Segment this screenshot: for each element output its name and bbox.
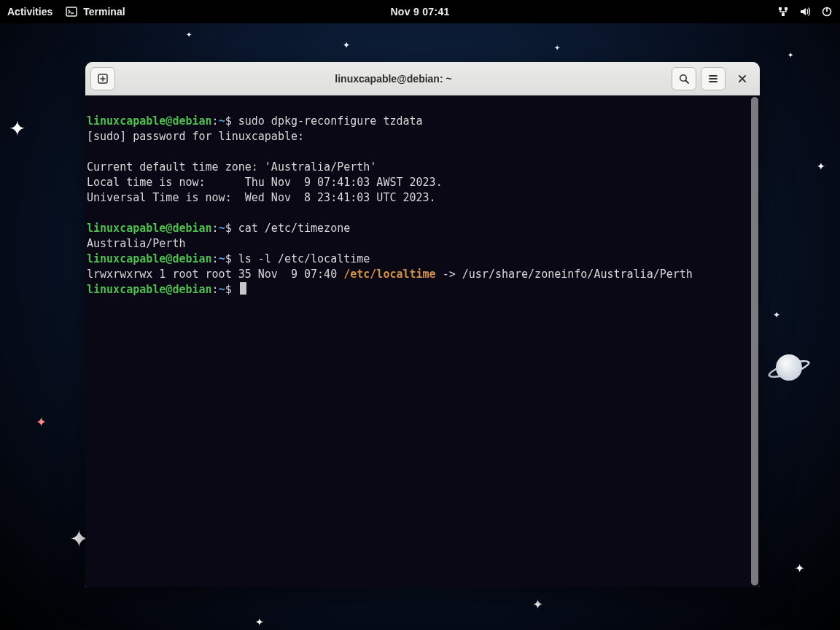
window-title: linuxcapable@debian: ~ [120, 73, 667, 85]
terminal-window: linuxcapable@debian: ~ linuxcapable@debi… [85, 62, 760, 587]
prompt-user: linuxcapable@debian [87, 283, 212, 296]
hamburger-icon [707, 73, 719, 85]
svg-line-8 [686, 80, 689, 83]
prompt-user: linuxcapable@debian [87, 252, 212, 265]
terminal-icon [66, 6, 77, 18]
cmd-line [232, 283, 238, 296]
star-decor: ✦ [795, 561, 804, 575]
prompt-path: ~ [219, 283, 225, 296]
app-menu-label: Terminal [83, 6, 125, 18]
svg-rect-3 [782, 13, 785, 16]
cursor [240, 282, 246, 295]
new-tab-button[interactable] [90, 67, 115, 90]
power-icon[interactable] [821, 6, 833, 18]
window-titlebar: linuxcapable@debian: ~ [85, 62, 760, 96]
prompt-sym: $ [225, 222, 232, 235]
star-decor: ✦ [788, 51, 793, 59]
prompt-path: ~ [219, 252, 225, 265]
planet-decor [767, 354, 811, 381]
terminal-scrollbar[interactable] [751, 97, 758, 586]
prompt-user: linuxcapable@debian [87, 222, 212, 235]
term-output: lrwxrwxrwx 1 root root 35 Nov 9 07:40 [87, 268, 343, 281]
prompt-sym: $ [225, 114, 232, 128]
prompt-sep: : [212, 252, 219, 265]
term-output: -> /usr/share/zoneinfo/Australia/Perth [436, 268, 693, 281]
svg-rect-0 [66, 7, 77, 16]
star-decor: ✦ [186, 31, 192, 39]
close-icon [737, 74, 747, 84]
star-decor: ✦ [532, 596, 543, 612]
clock[interactable]: Nov 9 07:41 [390, 6, 449, 18]
scrollbar-thumb[interactable] [751, 97, 758, 586]
symlink-name: /etc/localtime [343, 268, 435, 281]
term-output: [sudo] password for linuxcapable: [87, 130, 311, 143]
term-output: Current default time zone: 'Australia/Pe… [87, 160, 376, 174]
prompt-sep: : [212, 222, 219, 235]
svg-rect-2 [785, 7, 788, 10]
app-menu[interactable]: Terminal [66, 6, 125, 18]
svg-rect-1 [779, 7, 782, 10]
cmd-line: cat /etc/timezone [232, 222, 351, 235]
search-icon [678, 73, 690, 85]
star-decor: ✦ [343, 40, 350, 50]
gnome-topbar: Activities Terminal Nov 9 07:41 [0, 0, 840, 23]
star-decor: ✦ [817, 160, 825, 172]
term-output: Local time is now: Thu Nov 9 07:41:03 AW… [87, 176, 443, 189]
plus-tab-icon [97, 73, 109, 85]
term-output: Universal Time is now: Wed Nov 8 23:41:0… [87, 191, 436, 204]
close-window-button[interactable] [730, 67, 755, 90]
cmd-line: ls -l /etc/localtime [232, 252, 370, 265]
terminal-content[interactable]: linuxcapable@debian:~$ sudo dpkg-reconfi… [85, 96, 760, 587]
star-decor: ✦ [773, 310, 780, 320]
star-decor: ✦ [255, 616, 264, 628]
prompt-path: ~ [219, 222, 225, 235]
search-button[interactable] [672, 67, 696, 90]
prompt-sym: $ [225, 283, 232, 296]
network-icon[interactable] [777, 6, 789, 18]
star-decor: ✦ [9, 117, 26, 141]
volume-icon[interactable] [799, 6, 811, 18]
cmd-line: sudo dpkg-reconfigure tzdata [232, 114, 423, 128]
prompt-user: linuxcapable@debian [87, 114, 212, 128]
prompt-sep: : [212, 283, 219, 296]
prompt-path: ~ [219, 114, 225, 128]
prompt-sep: : [212, 114, 219, 128]
term-output: Australia/Perth [87, 237, 185, 250]
hamburger-menu-button[interactable] [701, 67, 726, 90]
activities-button[interactable]: Activities [7, 6, 52, 18]
star-decor: ✦ [36, 414, 47, 430]
prompt-sym: $ [225, 252, 232, 265]
star-decor: ✦ [554, 44, 560, 52]
